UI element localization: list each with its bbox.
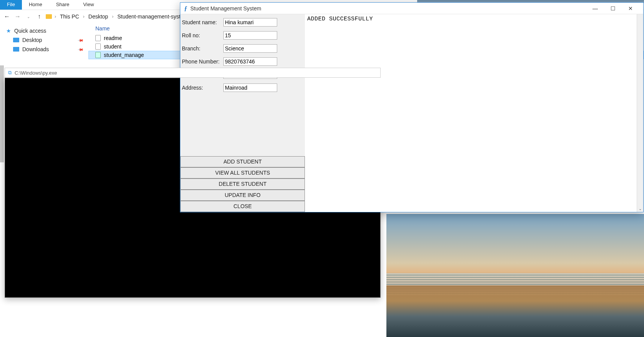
explorer-scrollbar[interactable]	[0, 65, 4, 162]
desktop-wallpaper	[386, 214, 644, 337]
pin-icon: 📌	[78, 46, 84, 52]
sidebar-label: Downloads	[22, 46, 49, 52]
update-info-button[interactable]: UPDATE INFO	[180, 190, 305, 201]
star-icon: ★	[6, 28, 11, 34]
downloads-icon	[13, 47, 19, 52]
scroll-down-icon[interactable]: ⌄	[637, 205, 644, 212]
label-branch: Branch:	[181, 45, 223, 52]
label-roll-no: Roll no:	[181, 32, 223, 38]
ribbon-tab-file[interactable]: File	[0, 0, 22, 10]
ribbon-tab-home[interactable]: Home	[22, 0, 49, 10]
label-student-name: Student name:	[181, 19, 223, 25]
minimize-button[interactable]: —	[586, 3, 604, 14]
terminal-title-text: C:\Windows\py.exe	[15, 70, 57, 76]
tk-window: ƒ Student Management System — ☐ ✕ Studen…	[180, 2, 644, 212]
file-label: student	[104, 43, 121, 50]
file-label: student_manage	[104, 52, 144, 58]
chevron-right-icon: ›	[54, 14, 57, 19]
document-icon	[95, 35, 101, 41]
folder-icon	[45, 13, 52, 20]
ribbon-tab-view[interactable]: View	[76, 0, 101, 10]
sidebar-downloads[interactable]: Downloads 📌	[6, 45, 88, 54]
sidebar-desktop[interactable]: Desktop 📌	[6, 35, 88, 45]
document-icon	[95, 43, 101, 50]
label-phone: Phone Number:	[181, 58, 223, 65]
tk-feather-icon: ƒ	[184, 5, 187, 12]
breadcrumb-desktop[interactable]: Desktop	[87, 13, 110, 20]
up-arrow-icon[interactable]: ↑	[35, 12, 44, 21]
tk-title-text: Student Management System	[190, 5, 261, 12]
chevron-right-icon: ›	[111, 14, 114, 19]
add-student-button[interactable]: ADD STUDENT	[180, 156, 305, 167]
output-scrollbar[interactable]: ⌄	[637, 14, 643, 212]
dropdown-icon[interactable]: ⌄	[24, 12, 33, 21]
forward-arrow-icon[interactable]: →	[13, 12, 22, 21]
output-panel: ADDED SUCCESSFULLY ⌄	[305, 14, 643, 212]
back-arrow-icon[interactable]: ←	[2, 12, 12, 21]
desktop-icon	[13, 38, 19, 42]
chevron-right-icon: ›	[82, 14, 85, 19]
tk-titlebar[interactable]: ƒ Student Management System — ☐ ✕	[180, 3, 643, 14]
output-text: ADDED SUCCESSFULLY	[305, 14, 643, 24]
sidebar-label: Desktop	[22, 37, 42, 43]
label-address: Address:	[181, 85, 223, 91]
python-exe-icon: ⧉	[8, 70, 12, 76]
column-header-label: Name	[95, 25, 110, 32]
pin-icon: 📌	[78, 37, 84, 43]
close-button[interactable]: ✕	[622, 3, 639, 14]
delete-student-button[interactable]: DELETE STUDENT	[180, 179, 305, 190]
breadcrumb-folder[interactable]: Student-management-syste	[116, 13, 185, 20]
input-student-name[interactable]	[223, 18, 277, 27]
maximize-button[interactable]: ☐	[604, 3, 622, 14]
breadcrumb-pc[interactable]: This PC	[58, 13, 81, 20]
view-all-students-button[interactable]: VIEW ALL STUDENTS	[180, 167, 305, 179]
terminal-titlebar[interactable]: ⧉ C:\Windows\py.exe	[5, 68, 381, 78]
sidebar-quick-access[interactable]: ★ Quick access	[6, 26, 88, 35]
python-file-icon	[95, 52, 101, 58]
input-branch[interactable]	[223, 44, 277, 53]
close-app-button[interactable]: CLOSE	[180, 201, 305, 212]
explorer-sidebar: ★ Quick access Desktop 📌 Downloads 📌	[0, 23, 88, 69]
form-panel: Student name: Roll no: Branch: Phone Num…	[180, 14, 305, 212]
input-phone[interactable]	[223, 57, 277, 66]
ribbon-tab-share[interactable]: Share	[49, 0, 77, 10]
input-roll-no[interactable]	[223, 31, 277, 40]
input-address[interactable]	[223, 83, 277, 92]
sidebar-label: Quick access	[14, 28, 46, 34]
file-label: readme	[104, 35, 122, 41]
